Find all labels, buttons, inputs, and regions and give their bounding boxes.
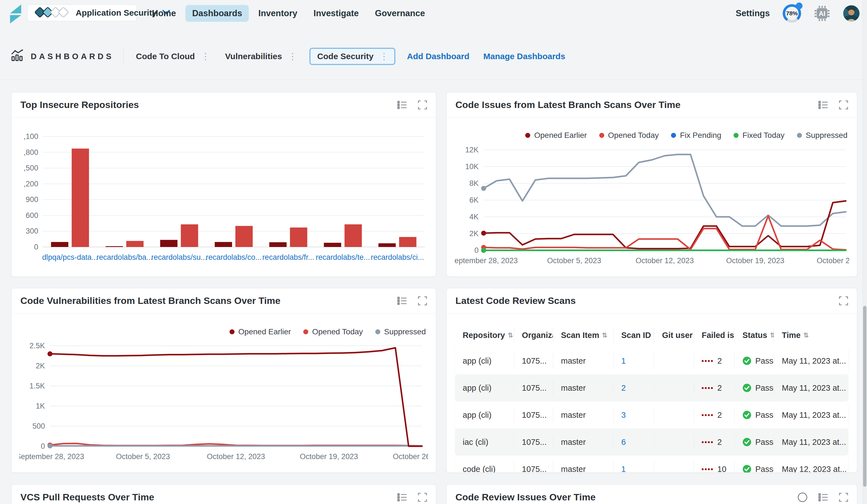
- bar-chart-icon: [11, 50, 24, 64]
- usage-ring-badge[interactable]: 78%: [783, 4, 801, 23]
- list-view-icon[interactable]: [818, 101, 828, 109]
- column-header-organizat[interactable]: Organizat: [514, 327, 553, 343]
- svg-text:1.5K: 1.5K: [29, 382, 45, 390]
- dashboard-tabs: Code To Cloud⋮Vulnerabilities⋮Code Secur…: [133, 48, 395, 65]
- settings-button[interactable]: Settings: [736, 8, 770, 19]
- dashboard-tab-vulnerabilities[interactable]: Vulnerabilities⋮: [222, 48, 301, 65]
- status-text: Passed: [755, 438, 774, 447]
- column-header-repository[interactable]: Repository⇅: [455, 327, 514, 343]
- svg-text:4K: 4K: [469, 213, 479, 221]
- severity-dots-icon: [702, 441, 713, 443]
- table-row[interactable]: app (cli)1075...master22PassedMay 11, 20…: [455, 374, 848, 401]
- repository-link[interactable]: recardolabs/co...: [206, 253, 261, 262]
- nav-item-inventory[interactable]: Inventory: [251, 5, 304, 22]
- sort-icon[interactable]: ⇅: [803, 331, 809, 339]
- cell-scan-id-link[interactable]: 6: [613, 434, 654, 450]
- loading-spinner-icon: [798, 493, 807, 502]
- dashboard-tab-code-security[interactable]: Code Security⋮: [309, 48, 395, 65]
- repository-link[interactable]: recardolabs/su...: [151, 253, 207, 262]
- column-header-scan-item[interactable]: Scan Item⇅: [553, 327, 613, 343]
- cell-failed-issues: 2: [694, 434, 735, 450]
- nav-item-governance[interactable]: Governance: [368, 5, 432, 22]
- app-switcher-dropdown[interactable]: Application Security: [28, 4, 137, 21]
- table-row[interactable]: iac (cli)1075...master62PassedMay 11, 20…: [455, 429, 848, 456]
- panel-title: Code Review Issues Over Time: [456, 492, 596, 503]
- nav-item-dashboards[interactable]: Dashboards: [185, 5, 249, 22]
- cell-scan-id-link[interactable]: 1: [613, 353, 654, 369]
- cell-scan-id-link[interactable]: 1: [613, 461, 654, 473]
- severity-dots-icon: [702, 387, 713, 389]
- toolbar-divider: [124, 48, 124, 65]
- top-nav: Application Security HomeDashboardsInven…: [0, 0, 867, 27]
- list-view-icon[interactable]: [397, 101, 407, 109]
- cell-repository: iac (cli): [455, 434, 514, 450]
- cell-time: May 11, 2023 at...: [774, 353, 848, 369]
- expand-icon[interactable]: [418, 296, 427, 305]
- column-header-status[interactable]: Status⇅: [735, 327, 774, 343]
- table-row[interactable]: code (cli)1075...master110PassedMay 12, …: [455, 456, 848, 473]
- cell-repository: app (cli): [455, 353, 514, 369]
- dashboards-toolbar: DASHBOARDS Code To Cloud⋮Vulnerabilities…: [11, 44, 567, 69]
- list-view-icon[interactable]: [397, 297, 407, 305]
- brand-logo-icon[interactable]: [7, 3, 23, 25]
- repository-link[interactable]: recardolabs/ci...: [371, 253, 424, 262]
- svg-text:September 28, 2023: September 28, 2023: [19, 452, 84, 461]
- sort-icon[interactable]: ⇅: [602, 331, 607, 339]
- page-scrollbar-track: [863, 0, 867, 504]
- passed-check-icon: [742, 357, 751, 365]
- sort-icon[interactable]: ⇅: [507, 331, 513, 339]
- list-view-icon[interactable]: [818, 493, 828, 502]
- add-dashboard-link[interactable]: Add Dashboard: [405, 52, 472, 61]
- app-switcher-label: Application Security: [76, 8, 157, 18]
- expand-icon[interactable]: [839, 296, 848, 305]
- cell-repository: code (cli): [455, 461, 514, 473]
- svg-text:1K: 1K: [36, 402, 45, 410]
- column-header-failed-issu[interactable]: Failed issu: [694, 327, 735, 343]
- repository-link[interactable]: recardolabs/ba...: [97, 253, 153, 262]
- table-row[interactable]: app (cli)1075...master32PassedMay 11, 20…: [455, 402, 848, 428]
- repository-link[interactable]: dlpqa/pcs-data...: [42, 253, 98, 262]
- svg-text:0: 0: [34, 243, 38, 251]
- page-scrollbar-thumb[interactable]: [863, 306, 866, 487]
- panel-title: Top Insecure Repositories: [20, 99, 139, 110]
- column-header-git-user[interactable]: Git user↓: [654, 327, 694, 343]
- repository-link[interactable]: recardolabs/fr...: [262, 253, 314, 262]
- expand-icon[interactable]: [839, 100, 848, 109]
- cell-organization: 1075...: [514, 353, 553, 369]
- table-row[interactable]: app (cli)1075...master12PassedMay 11, 20…: [455, 348, 848, 374]
- panel-title: Code Issues from Latest Branch Scans Ove…: [456, 99, 681, 110]
- expand-icon[interactable]: [418, 100, 427, 109]
- column-header-scan-id[interactable]: Scan ID⇅: [613, 327, 654, 343]
- svg-text:6K: 6K: [469, 196, 479, 204]
- svg-text:September 28, 2023: September 28, 2023: [454, 256, 518, 265]
- list-view-icon[interactable]: [397, 493, 407, 502]
- column-header-time[interactable]: Time⇅: [774, 327, 848, 343]
- expand-icon[interactable]: [839, 493, 848, 502]
- user-avatar[interactable]: [843, 5, 860, 22]
- svg-text:10K: 10K: [465, 162, 479, 171]
- cell-scan-item: master: [553, 461, 613, 473]
- tab-label: Code Security: [317, 52, 374, 61]
- ai-assistant-icon[interactable]: AI: [814, 5, 830, 22]
- cell-failed-issues: 2: [694, 380, 735, 396]
- manage-dashboards-link[interactable]: Manage Dashboards: [481, 52, 567, 61]
- dashboard-tab-code-to-cloud[interactable]: Code To Cloud⋮: [133, 48, 214, 65]
- sort-icon[interactable]: ⇅: [770, 331, 774, 339]
- passed-check-icon: [742, 383, 751, 392]
- cell-scan-id-link[interactable]: 2: [613, 380, 654, 396]
- cell-organization: 1075...: [514, 461, 553, 473]
- cell-failed-issues: 2: [694, 353, 735, 369]
- svg-text:,200: ,200: [23, 180, 38, 188]
- kebab-menu-icon[interactable]: ⋮: [200, 54, 211, 59]
- cell-git-user: [654, 380, 694, 396]
- panel-latest-code-review-scans: Latest Code Review Scans Repository⇅Orga…: [446, 288, 857, 473]
- nav-item-home[interactable]: Home: [145, 5, 183, 22]
- cell-scan-id-link[interactable]: 3: [613, 407, 654, 423]
- expand-icon[interactable]: [418, 493, 427, 502]
- kebab-menu-icon[interactable]: ⋮: [287, 54, 298, 59]
- svg-text:,800: ,800: [23, 148, 38, 156]
- repository-link[interactable]: recardolabs/te...: [316, 253, 370, 262]
- module-diamonds-icon: [34, 6, 70, 20]
- nav-item-investigate[interactable]: Investigate: [307, 5, 365, 22]
- kebab-menu-icon[interactable]: ⋮: [379, 54, 390, 59]
